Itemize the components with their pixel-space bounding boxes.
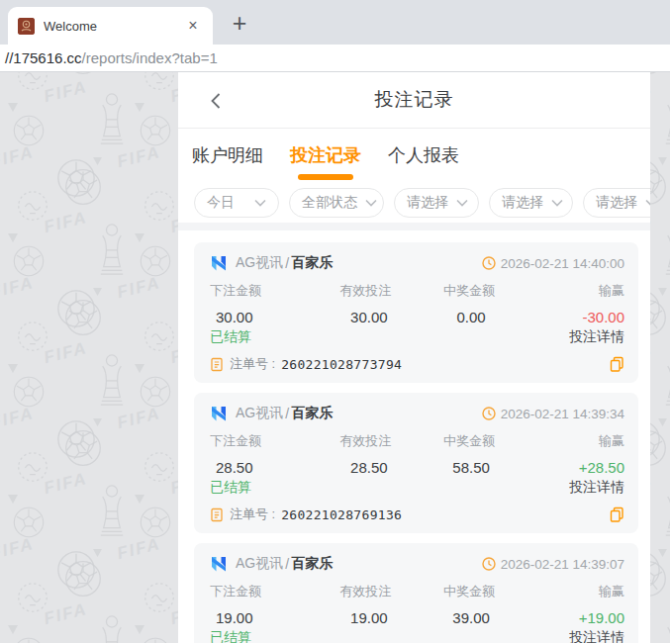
fifa-text-watermark: FIFA: [44, 343, 88, 363]
fifa-trophy-icon: [664, 484, 670, 541]
soccer-ball-icon: [63, 559, 103, 602]
back-button[interactable]: [206, 90, 228, 112]
background-watermark-left: FIFAFIFAFIFAFIFAFIFAFIFAFIFAFIFAFIFAFIFA…: [0, 72, 178, 643]
fifa-text-watermark: FIFA: [0, 278, 35, 298]
col-label: 输赢: [521, 282, 624, 300]
fifa-text-watermark: FIFA: [117, 409, 161, 428]
col-label: 下注金额: [210, 432, 314, 450]
browser-tab-bar: Welcome × +: [0, 0, 670, 45]
fifa-text-watermark: FIFA: [0, 539, 35, 559]
filter-select-dropdown-3[interactable]: 请选择: [583, 188, 650, 218]
browser-tab[interactable]: Welcome ×: [8, 7, 213, 45]
provider-name: AG视讯: [236, 555, 283, 573]
fifa-text-watermark: FIFA: [650, 213, 653, 232]
bet-record-card: AG视讯 / 百家乐 2026-02-21 14:39:34 下注金额 有效投注…: [194, 393, 638, 533]
status-badge: 已结算: [210, 629, 251, 643]
url-path: /reports/index?tab=1: [82, 49, 218, 66]
clock-icon: [482, 557, 496, 571]
copy-icon: [610, 506, 624, 522]
col-label: 输赢: [521, 583, 624, 600]
profit-value: +19.00: [523, 609, 624, 626]
fifa-text-watermark: FIFA: [44, 213, 88, 232]
col-label: 有效投注: [314, 432, 418, 450]
soccer-ball-icon: [650, 298, 668, 341]
chevron-down-icon: [551, 199, 563, 207]
copy-order-button[interactable]: [610, 506, 624, 522]
filter-status-dropdown[interactable]: 全部状态: [289, 188, 384, 218]
fifa-text-watermark: FIFA: [0, 409, 35, 428]
fifa-text-watermark: FIFA: [117, 147, 161, 167]
status-badge: 已结算: [210, 479, 251, 497]
fifa-text-watermark: FIFA: [117, 539, 161, 559]
copy-icon: [610, 356, 624, 372]
chevron-down-icon: [456, 199, 468, 207]
ag-provider-logo-icon: [210, 555, 228, 573]
bet-amount: 19.00: [210, 609, 318, 626]
soccer-ball-icon: [63, 428, 103, 472]
bet-detail-link[interactable]: 投注详情: [569, 479, 624, 497]
soccer-ball-icon: [650, 167, 668, 211]
filter-date-dropdown[interactable]: 今日: [194, 188, 279, 218]
fifa-text-watermark: FIFA: [170, 474, 178, 494]
game-name: 百家乐: [291, 405, 333, 422]
soccer-ball-icon: [650, 428, 668, 472]
col-label: 中奖金额: [418, 583, 522, 600]
fifa-trophy-icon: [664, 223, 670, 280]
soccer-ball-icon: [63, 167, 103, 211]
clock-icon: [482, 256, 496, 270]
fifa-text-watermark: FIFA: [170, 82, 178, 102]
order-number: 260221028773794: [281, 357, 402, 372]
filters-row: 今日 全部状态 请选择 请选择 请选择: [178, 182, 650, 223]
fifa-text-watermark: FIFA: [44, 604, 88, 624]
filter-select-dropdown-2[interactable]: 请选择: [489, 188, 573, 218]
fifa-text-watermark: FIFA: [44, 82, 88, 102]
fifa-trophy-icon: [99, 353, 125, 411]
win-amount: 39.00: [421, 609, 523, 626]
tab-personal-report[interactable]: 个人报表: [388, 139, 459, 171]
address-bar[interactable]: //175616.cc/reports/index?tab=1: [0, 45, 670, 72]
chevron-down-icon: [645, 199, 650, 207]
copy-order-button[interactable]: [610, 356, 624, 372]
filter-value: 请选择: [407, 194, 448, 212]
profit-value: +28.50: [523, 459, 624, 476]
site-favicon-icon: [18, 18, 35, 35]
filter-value: 今日: [207, 194, 235, 212]
fifa-text-watermark: FIFA: [650, 474, 653, 494]
bet-time: 2026-02-21 14:39:34: [501, 407, 624, 421]
fifa-text-watermark: FIFA: [170, 213, 178, 232]
background-watermark-right: FIFAFIFAFIFAFIFAFIFAFIFAFIFAFIFAFIFAFIFA: [650, 72, 670, 643]
tab-bet-records[interactable]: 投注记录: [290, 139, 361, 171]
filter-select-dropdown-1[interactable]: 请选择: [394, 188, 479, 218]
fifa-trophy-icon: [664, 353, 670, 411]
col-label: 下注金额: [210, 583, 314, 600]
fifa-text-watermark: FIFA: [650, 82, 653, 102]
tab-close-icon[interactable]: ×: [183, 16, 203, 36]
chevron-down-icon: [365, 199, 377, 207]
bet-detail-link[interactable]: 投注详情: [569, 629, 624, 643]
bet-time: 2026-02-21 14:40:00: [501, 256, 624, 271]
bet-detail-link[interactable]: 投注详情: [569, 328, 624, 346]
fifa-text-watermark: FIFA: [170, 604, 178, 624]
filter-value: 全部状态: [302, 194, 357, 212]
col-label: 中奖金额: [418, 282, 522, 300]
report-tabs: 账户明细 投注记录 个人报表: [178, 129, 650, 182]
provider-game-separator: /: [285, 255, 289, 271]
provider-game-separator: /: [285, 556, 289, 572]
new-tab-button[interactable]: +: [225, 9, 254, 39]
fifa-trophy-icon: [664, 614, 670, 643]
bet-record-card: AG视讯 / 百家乐 2026-02-21 14:40:00 下注金额 有效投注…: [194, 242, 638, 383]
tab-account-detail[interactable]: 账户明细: [192, 139, 263, 171]
url-domain: //175616.cc: [5, 49, 82, 66]
order-receipt-icon: [210, 507, 224, 522]
col-label: 有效投注: [314, 583, 418, 600]
valid-bet: 28.50: [318, 459, 420, 476]
fifa-text-watermark: FIFA: [650, 604, 653, 624]
provider-name: AG视讯: [236, 254, 283, 272]
order-receipt-icon: [210, 357, 224, 372]
reports-panel: 投注记录 账户明细 投注记录 个人报表 今日 全部状态 请选择 请选择: [178, 72, 650, 643]
status-badge: 已结算: [210, 328, 251, 346]
ag-provider-logo-icon: [210, 405, 228, 422]
profit-value: -30.00: [523, 309, 624, 325]
fifa-trophy-icon: [664, 92, 670, 149]
col-label: 输赢: [521, 432, 624, 450]
